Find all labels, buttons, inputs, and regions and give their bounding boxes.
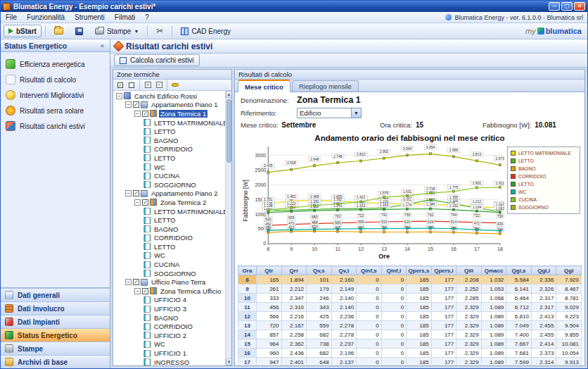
tree-node[interactable]: SOGGIORNO [115,269,231,278]
nav-item-status-energetico[interactable]: Status Energetico [1,328,110,342]
expand-all-button[interactable]: + [143,80,153,89]
tree-node[interactable]: INGRESSO [115,358,231,365]
table-column-header[interactable]: Qgl [556,266,582,275]
sidebar-item-risultati-carichi-estivi[interactable]: Risultati carichi estivi [1,118,110,134]
table-column-header[interactable]: Qv,s [307,266,332,275]
tree-checkbox[interactable]: ✓ [133,101,139,108]
close-button[interactable]: ✕ [574,2,585,11]
table-row[interactable]: 137202.1675592.278001851772.3291.0897.04… [238,321,582,330]
table-row[interactable]: 114562.3103432.140001851772.3291.0896.71… [238,303,582,312]
tree-checkbox[interactable]: ✓ [142,199,148,206]
tree-node[interactable]: LETTO [115,242,231,251]
uncheck-all-button[interactable] [127,80,136,89]
menu-item-[interactable]: ? [140,13,154,22]
tree-node[interactable]: CORRIDOIO [115,234,231,243]
scroll-down-icon[interactable]: ▼ [226,358,231,365]
tree-expander-icon[interactable]: − [116,93,122,99]
bstart-button[interactable]: bStart [4,25,41,37]
table-row[interactable]: 103332.3472462.140001851772.2851.0686.46… [238,294,582,303]
tree-node[interactable]: WC [115,251,231,261]
tree-checkbox[interactable]: ✓ [133,190,139,196]
tree-node[interactable]: UFFICIO 2 [115,331,231,340]
sidebar-item-risultati-di-calcolo[interactable]: Risultati di calcolo [1,72,110,87]
tree-node[interactable]: −✓Zona Termica 1 [115,109,231,118]
maximize-button[interactable]: ▢ [561,2,573,11]
cad-energy-button[interactable]: CAD Energy [176,25,236,37]
tree-node[interactable]: CORRIDOIO [115,322,231,331]
menu-item-filmati[interactable]: Filmati [110,13,140,22]
tree-checkbox[interactable]: ✓ [142,288,148,294]
open-button[interactable] [49,25,68,37]
table-column-header[interactable]: Qinf,l [381,266,407,275]
tab-riepilogo-mensile[interactable]: Riepilogo mensile [292,80,359,92]
scroll-thumb[interactable] [226,99,231,163]
nav-item-dati-involucro[interactable]: Dati Involucro [1,301,110,315]
table-row[interactable]: 125662.2164252.236001851772.3291.0896.81… [238,312,582,321]
tree-node[interactable]: −Carichi Edificio Rossi [115,92,231,101]
check-all-button[interactable]: ✓ [115,80,125,89]
table-row[interactable]: 159642.3627382.237001851772.3291.0897.66… [238,339,582,349]
tree-node[interactable]: LETTO MATRIMONIALE [115,118,231,127]
cut-button[interactable]: ✂ [151,25,168,37]
table-column-header[interactable]: Qpers,l [431,266,456,275]
tree-expander-icon[interactable]: − [134,111,141,117]
tree-node[interactable]: UFFICIO 4 [115,296,231,305]
sidebar-item-efficienza-energetica[interactable]: Efficienza energetica [1,56,110,72]
tree-node[interactable]: −✓Appartamento Piano 2 [115,189,231,199]
tree-expander-icon[interactable]: − [125,279,132,285]
tree-checkbox[interactable]: ✓ [142,111,148,117]
tree-node[interactable]: BAGNO [115,136,231,145]
tree-node[interactable]: −✓Ufficio Piano Terra [115,277,231,287]
tree-node[interactable]: SOGGIORNO [115,180,231,189]
table-column-header[interactable]: Qpers,s [407,266,432,275]
tree-node[interactable]: UFFICIO 1 [115,349,231,358]
menu-item-strumenti[interactable]: Strumenti [70,13,110,22]
tree-node[interactable]: LETTO [115,154,231,163]
tree-checkbox[interactable]: ✓ [133,279,139,285]
tree-expander-icon[interactable]: − [125,190,132,196]
tree-node[interactable]: −✓Zona Termica 2 [115,198,231,207]
table-row[interactable]: 148572.2586822.278001851772.3291.0897.40… [238,330,582,339]
tree-node[interactable]: CORRIDOIO [115,145,231,154]
nav-item-stampe[interactable]: Stampe [1,342,110,355]
tree-node[interactable]: WC [115,163,231,172]
table-column-header[interactable]: Qv,l [331,266,357,275]
dropdown-arrow-icon[interactable]: ▼ [351,108,361,118]
tree-node[interactable]: BAGNO [115,225,231,234]
table-column-header[interactable]: Qgl,s [506,266,532,275]
tree-node[interactable]: CUCINA [115,260,231,269]
tree-expander-icon[interactable]: − [134,199,141,206]
tree-node[interactable]: LETTO [115,127,231,136]
table-row[interactable]: 179472.4016482.137001851772.3291.0897.59… [238,358,582,366]
table-row[interactable]: 169602.4366822.196001851772.3291.0897.68… [238,349,582,358]
tree-expander-icon[interactable]: − [134,288,141,294]
minimize-button[interactable]: ─ [549,2,560,11]
menu-item-file[interactable]: File [1,13,22,22]
tree-node[interactable]: WC [115,340,231,349]
nav-item-archivi-di-base[interactable]: Archivi di base [1,355,110,368]
sidebar-collapse-button[interactable]: « [98,42,106,50]
nav-item-dati-generali[interactable]: Dati generali [1,288,110,301]
tree-node[interactable]: −✓Zona Termica Ufficio [115,287,231,296]
riferimento-select[interactable]: Edificio ▼ [297,108,362,118]
nav-item-dati-impianti[interactable]: Dati Impianti [1,315,110,328]
tree-scrollbar[interactable]: ▲ ▼ [225,91,231,365]
tree-node[interactable]: BAGNO [115,313,231,323]
table-column-header[interactable]: Qgl,l [531,266,556,275]
table-row[interactable]: 81651.8941012.160001851772.2081.0325.584… [238,275,582,284]
table-column-header[interactable]: Qinf,s [357,266,382,275]
table-column-header[interactable]: Qmacc [481,266,506,275]
tree-expander-icon[interactable]: − [125,101,132,108]
tree-node[interactable]: CUCINA [115,171,231,180]
tree-node[interactable]: LETTO [115,215,231,225]
table-column-header[interactable]: Qill [456,266,482,275]
tree-node[interactable]: UFFICIO 3 [115,304,231,313]
filter-button[interactable] [170,80,180,89]
menu-item-funzionalit[interactable]: Funzionalità [22,13,70,22]
tab-mese-critico[interactable]: Mese critico [238,80,290,92]
table-row[interactable]: 92612.2121792.149001851772.2521.0536.141… [238,284,582,294]
sidebar-item-interventi-migliorativi[interactable]: Interventi Migliorativi [1,87,110,103]
table-column-header[interactable]: Qtr [257,266,282,275]
save-button[interactable] [70,25,88,37]
sidebar-item-risultati-serra-solare[interactable]: Risultati serra solare [1,103,110,118]
